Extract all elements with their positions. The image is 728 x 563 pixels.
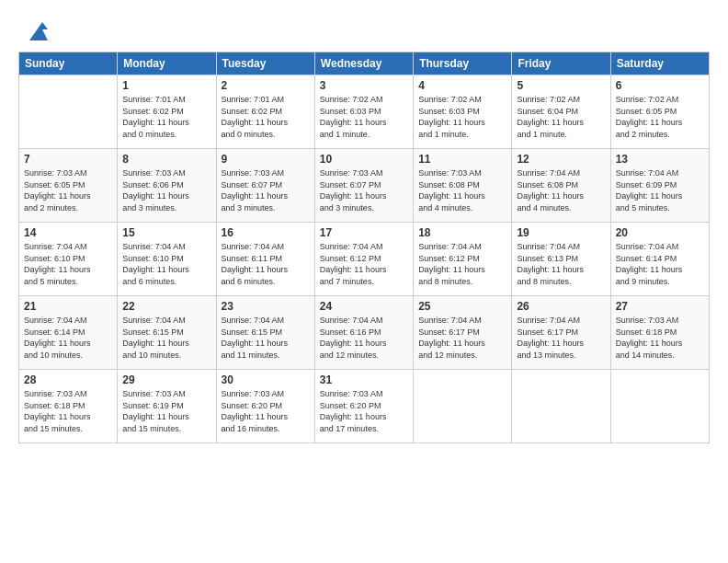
week-row-5: 28Sunrise: 7:03 AM Sunset: 6:18 PM Dayli… [19,370,710,443]
day-cell: 2Sunrise: 7:01 AM Sunset: 6:02 PM Daylig… [216,75,314,149]
day-cell: 21Sunrise: 7:04 AM Sunset: 6:14 PM Dayli… [19,296,118,370]
day-info: Sunrise: 7:04 AM Sunset: 6:15 PM Dayligh… [122,315,210,361]
day-number: 10 [320,153,408,166]
day-cell: 3Sunrise: 7:02 AM Sunset: 6:03 PM Daylig… [314,75,413,149]
day-cell [19,75,118,149]
day-number: 19 [517,226,605,239]
day-info: Sunrise: 7:03 AM Sunset: 6:19 PM Dayligh… [122,388,210,434]
day-info: Sunrise: 7:04 AM Sunset: 6:08 PM Dayligh… [517,167,605,213]
day-cell: 13Sunrise: 7:04 AM Sunset: 6:09 PM Dayli… [610,149,709,223]
day-number: 5 [517,79,605,92]
day-cell: 22Sunrise: 7:04 AM Sunset: 6:15 PM Dayli… [118,296,216,370]
day-info: Sunrise: 7:04 AM Sunset: 6:12 PM Dayligh… [418,241,506,287]
day-number: 13 [616,153,704,166]
day-info: Sunrise: 7:04 AM Sunset: 6:10 PM Dayligh… [122,241,210,287]
day-number: 24 [320,300,408,313]
day-cell: 18Sunrise: 7:04 AM Sunset: 6:12 PM Dayli… [414,223,512,296]
day-number: 3 [320,79,408,92]
day-info: Sunrise: 7:04 AM Sunset: 6:17 PM Dayligh… [418,315,506,361]
day-info: Sunrise: 7:03 AM Sunset: 6:20 PM Dayligh… [222,388,310,434]
week-row-4: 21Sunrise: 7:04 AM Sunset: 6:14 PM Dayli… [19,296,710,370]
day-number: 16 [222,226,310,239]
svg-marker-0 [29,22,48,40]
day-info: Sunrise: 7:04 AM Sunset: 6:14 PM Dayligh… [616,241,704,287]
day-cell [610,370,709,443]
day-cell: 15Sunrise: 7:04 AM Sunset: 6:10 PM Dayli… [118,223,216,296]
day-cell: 7Sunrise: 7:03 AM Sunset: 6:05 PM Daylig… [19,149,118,223]
day-cell: 19Sunrise: 7:04 AM Sunset: 6:13 PM Dayli… [512,223,610,296]
day-info: Sunrise: 7:04 AM Sunset: 6:16 PM Dayligh… [320,315,408,361]
day-number: 23 [222,300,310,313]
day-info: Sunrise: 7:04 AM Sunset: 6:12 PM Dayligh… [320,241,408,287]
day-cell: 16Sunrise: 7:04 AM Sunset: 6:11 PM Dayli… [216,223,314,296]
column-header-friday: Friday [512,52,610,75]
day-number: 30 [222,373,310,386]
day-cell: 23Sunrise: 7:04 AM Sunset: 6:15 PM Dayli… [216,296,314,370]
day-info: Sunrise: 7:02 AM Sunset: 6:04 PM Dayligh… [517,94,605,140]
day-info: Sunrise: 7:02 AM Sunset: 6:03 PM Dayligh… [418,94,506,140]
day-number: 9 [222,153,310,166]
day-cell: 17Sunrise: 7:04 AM Sunset: 6:12 PM Dayli… [314,223,413,296]
day-number: 29 [122,373,210,386]
column-header-tuesday: Tuesday [216,52,314,75]
day-number: 17 [320,226,408,239]
day-info: Sunrise: 7:03 AM Sunset: 6:20 PM Dayligh… [320,388,408,434]
day-number: 22 [122,300,210,313]
day-info: Sunrise: 7:04 AM Sunset: 6:10 PM Dayligh… [24,241,112,287]
day-cell: 14Sunrise: 7:04 AM Sunset: 6:10 PM Dayli… [19,223,118,296]
day-number: 6 [616,79,704,92]
day-cell: 5Sunrise: 7:02 AM Sunset: 6:04 PM Daylig… [512,75,610,149]
day-number: 14 [24,226,112,239]
day-number: 1 [122,79,210,92]
day-cell: 12Sunrise: 7:04 AM Sunset: 6:08 PM Dayli… [512,149,610,223]
column-header-thursday: Thursday [414,52,512,75]
day-info: Sunrise: 7:04 AM Sunset: 6:09 PM Dayligh… [616,167,704,213]
day-cell: 26Sunrise: 7:04 AM Sunset: 6:17 PM Dayli… [512,296,610,370]
day-info: Sunrise: 7:04 AM Sunset: 6:13 PM Dayligh… [517,241,605,287]
day-cell: 10Sunrise: 7:03 AM Sunset: 6:07 PM Dayli… [314,149,413,223]
day-cell: 27Sunrise: 7:03 AM Sunset: 6:18 PM Dayli… [610,296,709,370]
day-info: Sunrise: 7:01 AM Sunset: 6:02 PM Dayligh… [122,94,210,140]
day-number: 21 [24,300,112,313]
day-cell [414,370,512,443]
day-cell: 29Sunrise: 7:03 AM Sunset: 6:19 PM Dayli… [118,370,216,443]
day-info: Sunrise: 7:03 AM Sunset: 6:18 PM Dayligh… [24,388,112,434]
column-header-wednesday: Wednesday [314,52,413,75]
day-number: 7 [24,153,112,166]
day-number: 26 [517,300,605,313]
day-number: 11 [418,153,506,166]
day-number: 4 [418,79,506,92]
page-header [18,15,710,42]
day-cell: 25Sunrise: 7:04 AM Sunset: 6:17 PM Dayli… [414,296,512,370]
day-number: 2 [222,79,310,92]
day-number: 25 [418,300,506,313]
day-info: Sunrise: 7:03 AM Sunset: 6:05 PM Dayligh… [24,167,112,213]
day-cell: 31Sunrise: 7:03 AM Sunset: 6:20 PM Dayli… [314,370,413,443]
day-number: 28 [24,373,112,386]
day-info: Sunrise: 7:04 AM Sunset: 6:15 PM Dayligh… [222,315,310,361]
week-row-1: 1Sunrise: 7:01 AM Sunset: 6:02 PM Daylig… [19,75,710,149]
column-header-sunday: Sunday [19,52,118,75]
day-number: 20 [616,226,704,239]
day-cell: 6Sunrise: 7:02 AM Sunset: 6:05 PM Daylig… [610,75,709,149]
day-info: Sunrise: 7:02 AM Sunset: 6:05 PM Dayligh… [616,94,704,140]
day-info: Sunrise: 7:03 AM Sunset: 6:06 PM Dayligh… [122,167,210,213]
day-cell: 20Sunrise: 7:04 AM Sunset: 6:14 PM Dayli… [610,223,709,296]
day-number: 18 [418,226,506,239]
day-number: 31 [320,373,408,386]
day-info: Sunrise: 7:03 AM Sunset: 6:08 PM Dayligh… [418,167,506,213]
day-cell: 1Sunrise: 7:01 AM Sunset: 6:02 PM Daylig… [118,75,216,149]
day-info: Sunrise: 7:04 AM Sunset: 6:14 PM Dayligh… [24,315,112,361]
day-info: Sunrise: 7:02 AM Sunset: 6:03 PM Dayligh… [320,94,408,140]
calendar-table: SundayMondayTuesdayWednesdayThursdayFrid… [18,52,710,443]
day-number: 15 [122,226,210,239]
day-info: Sunrise: 7:04 AM Sunset: 6:17 PM Dayligh… [517,315,605,361]
column-header-monday: Monday [118,52,216,75]
header-row: SundayMondayTuesdayWednesdayThursdayFrid… [19,52,710,75]
calendar-page: SundayMondayTuesdayWednesdayThursdayFrid… [0,0,728,563]
day-number: 8 [122,153,210,166]
day-info: Sunrise: 7:03 AM Sunset: 6:07 PM Dayligh… [320,167,408,213]
week-row-3: 14Sunrise: 7:04 AM Sunset: 6:10 PM Dayli… [19,223,710,296]
day-cell [512,370,610,443]
day-info: Sunrise: 7:01 AM Sunset: 6:02 PM Dayligh… [222,94,310,140]
